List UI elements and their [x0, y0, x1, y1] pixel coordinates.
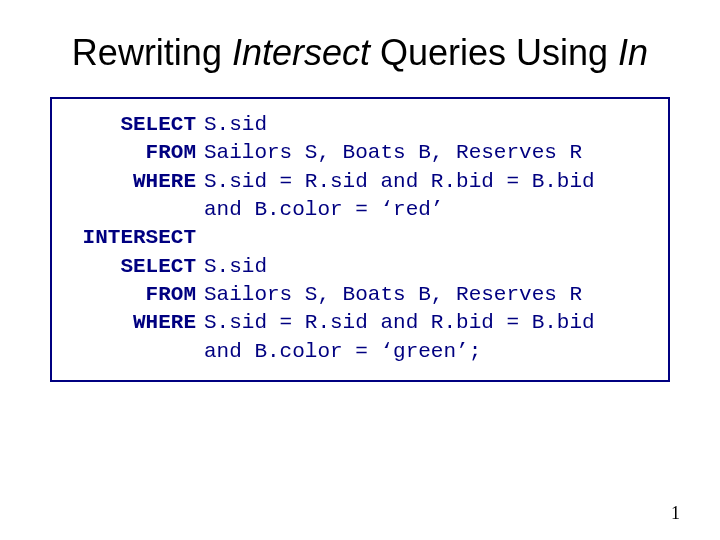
where-keyword: WHERE: [66, 168, 204, 196]
page-number: 1: [671, 503, 680, 524]
select-clause: S.sid: [204, 255, 267, 278]
slide-title: Rewriting Intersect Queries Using In: [40, 30, 680, 75]
sql-line: WHERES.sid = R.sid and R.bid = B.bid: [66, 309, 654, 337]
from-clause: Sailors S, Boats B, Reserves R: [204, 141, 582, 164]
slide: Rewriting Intersect Queries Using In SEL…: [0, 0, 720, 382]
select-keyword: SELECT: [66, 111, 204, 139]
from-clause: Sailors S, Boats B, Reserves R: [204, 283, 582, 306]
sql-line: and B.color = ‘green’;: [66, 338, 654, 366]
sql-line: WHERES.sid = R.sid and R.bid = B.bid: [66, 168, 654, 196]
title-italic-2: In: [618, 32, 648, 73]
where-clause: S.sid = R.sid and R.bid = B.bid: [204, 311, 595, 334]
from-keyword: FROM: [66, 139, 204, 167]
title-text-2: Queries Using: [370, 32, 618, 73]
from-keyword: FROM: [66, 281, 204, 309]
sql-line: SELECTS.sid: [66, 253, 654, 281]
where-keyword: WHERE: [66, 309, 204, 337]
sql-line: SELECTS.sid: [66, 111, 654, 139]
sql-code-box: SELECTS.sid FROMSailors S, Boats B, Rese…: [50, 97, 670, 382]
select-clause: S.sid: [204, 113, 267, 136]
sql-line: and B.color = ‘red’: [66, 196, 654, 224]
where-clause-cont: and B.color = ‘red’: [204, 198, 443, 221]
where-clause: S.sid = R.sid and R.bid = B.bid: [204, 170, 595, 193]
sql-line: FROMSailors S, Boats B, Reserves R: [66, 281, 654, 309]
intersect-keyword: INTERSECT: [66, 224, 204, 252]
title-italic-1: Intersect: [232, 32, 370, 73]
select-keyword: SELECT: [66, 253, 204, 281]
where-clause-cont: and B.color = ‘green’;: [204, 340, 481, 363]
sql-line: INTERSECT: [66, 224, 654, 252]
title-text-1: Rewriting: [72, 32, 232, 73]
sql-line: FROMSailors S, Boats B, Reserves R: [66, 139, 654, 167]
